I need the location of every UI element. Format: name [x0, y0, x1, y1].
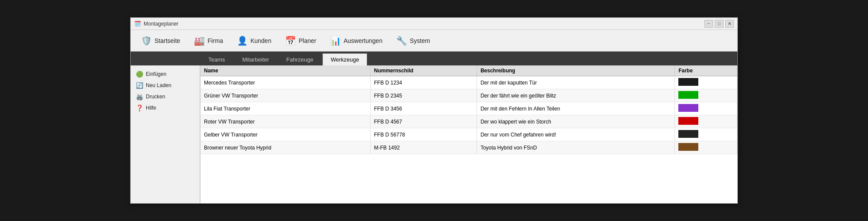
- vehicles-table: NameNummernschildBeschreibungFarbe Merce…: [201, 65, 737, 154]
- startseite-icon: 🛡️: [141, 36, 152, 46]
- cell-farbe: [675, 89, 737, 102]
- nav-item-kunden[interactable]: 👤Kunden: [231, 33, 277, 49]
- sidebar-item-drucken[interactable]: 🖨️Drucken: [131, 91, 200, 102]
- nav-item-system[interactable]: 🔧System: [390, 33, 436, 49]
- cell-beschreibung: Der mit den Fehlern In Allen Teilen: [477, 102, 675, 115]
- cell-farbe: [675, 141, 737, 154]
- nav-bar: 🛡️Startseite🏭Firma👤Kunden📅Planer📊Auswert…: [131, 30, 737, 52]
- minimize-button[interactable]: −: [704, 20, 713, 28]
- cell-beschreibung: Der wo klappert wie ein Storch: [477, 115, 675, 128]
- einfuegen-label: Einfügen: [146, 71, 166, 77]
- cell-nummernschild: FFB D 2345: [370, 89, 477, 102]
- tab-teams[interactable]: Teams: [200, 53, 233, 65]
- table-row[interactable]: Browner neuer Toyota HypridM-FB 1492Toyo…: [201, 141, 737, 154]
- color-swatch: [678, 104, 698, 112]
- cell-name: Roter VW Transporter: [201, 115, 370, 128]
- tab-fahrzeuge[interactable]: Fahrzeuge: [278, 53, 322, 65]
- auswertungen-label: Auswertungen: [344, 37, 383, 44]
- col-header-farbe: Farbe: [675, 65, 737, 76]
- hilfe-icon: ❓: [136, 104, 143, 111]
- col-header-nummernschild: Nummernschild: [370, 65, 477, 76]
- window-controls: − □ ✕: [704, 20, 734, 28]
- cell-nummernschild: FFB D 3456: [370, 102, 477, 115]
- data-area[interactable]: NameNummernschildBeschreibungFarbe Merce…: [200, 65, 737, 203]
- col-header-name: Name: [201, 65, 370, 76]
- kunden-icon: 👤: [237, 36, 248, 46]
- col-header-beschreibung: Beschreibung: [477, 65, 675, 76]
- tab-mitarbeiter[interactable]: Mitarbeiter: [234, 53, 277, 65]
- system-label: System: [410, 37, 430, 44]
- cell-nummernschild: FFB D 56778: [370, 128, 477, 141]
- firma-icon: 🏭: [194, 36, 205, 46]
- planer-icon: 📅: [285, 36, 296, 46]
- nav-item-planer[interactable]: 📅Planer: [279, 33, 322, 49]
- title-bar-left: 🗓️ Montageplaner: [134, 20, 178, 27]
- color-swatch: [678, 78, 698, 86]
- cell-name: Mercedes Transporter: [201, 76, 370, 89]
- tab-werkzeuge[interactable]: Werkzeuge: [322, 53, 368, 65]
- cell-nummernschild: M-FB 1492: [370, 141, 477, 154]
- tab-bar: TeamsMitarbeiterFahrzeugeWerkzeuge: [131, 52, 737, 65]
- cell-nummernschild: FFB D 4567: [370, 115, 477, 128]
- table-header: NameNummernschildBeschreibungFarbe: [201, 65, 737, 76]
- cell-nummernschild: FFB D 1234: [370, 76, 477, 89]
- table-row[interactable]: Lila Fiat TransporterFFB D 3456Der mit d…: [201, 102, 737, 115]
- system-icon: 🔧: [396, 36, 407, 46]
- table-row[interactable]: Roter VW TransporterFFB D 4567Der wo kla…: [201, 115, 737, 128]
- main-content: 🟢Einfügen🔄Neu Laden🖨️Drucken❓Hilfe NameN…: [131, 65, 737, 203]
- cell-name: Browner neuer Toyota Hyprid: [201, 141, 370, 154]
- table-row[interactable]: Gelber VW TransporterFFB D 56778Der nur …: [201, 128, 737, 141]
- cell-name: Lila Fiat Transporter: [201, 102, 370, 115]
- cell-beschreibung: Der mit der kaputten Tür: [477, 76, 675, 89]
- cell-beschreibung: Toyota Hybrid von FSnD: [477, 141, 675, 154]
- title-bar: 🗓️ Montageplaner − □ ✕: [131, 18, 737, 30]
- startseite-label: Startseite: [155, 37, 180, 44]
- drucken-label: Drucken: [146, 94, 165, 100]
- kunden-label: Kunden: [250, 37, 271, 44]
- cell-name: Grüner VW Transporter: [201, 89, 370, 102]
- nav-item-auswertungen[interactable]: 📊Auswertungen: [324, 33, 389, 49]
- app-title: Montageplaner: [144, 21, 178, 27]
- cell-beschreibung: Der der fährt wie ein geölter Blitz: [477, 89, 675, 102]
- planer-label: Planer: [299, 37, 316, 44]
- cell-name: Gelber VW Transporter: [201, 128, 370, 141]
- nav-item-startseite[interactable]: 🛡️Startseite: [135, 33, 186, 49]
- cell-farbe: [675, 115, 737, 128]
- einfuegen-icon: 🟢: [136, 71, 143, 78]
- neu-laden-label: Neu Laden: [146, 82, 171, 88]
- hilfe-label: Hilfe: [146, 105, 156, 111]
- color-swatch: [678, 130, 698, 138]
- neu-laden-icon: 🔄: [136, 82, 143, 89]
- header-row: NameNummernschildBeschreibungFarbe: [201, 65, 737, 76]
- color-swatch: [678, 117, 698, 125]
- sidebar-item-einfuegen[interactable]: 🟢Einfügen: [131, 69, 200, 79]
- close-button[interactable]: ✕: [725, 20, 734, 28]
- drucken-icon: 🖨️: [136, 93, 143, 100]
- table-row[interactable]: Grüner VW TransporterFFB D 2345Der der f…: [201, 89, 737, 102]
- color-swatch: [678, 91, 698, 99]
- cell-farbe: [675, 102, 737, 115]
- main-window: 🗓️ Montageplaner − □ ✕ 🛡️Startseite🏭Firm…: [130, 17, 738, 204]
- table-body: Mercedes TransporterFFB D 1234Der mit de…: [201, 76, 737, 154]
- cell-beschreibung: Der nur vom Chef gefahren wird!: [477, 128, 675, 141]
- table-row[interactable]: Mercedes TransporterFFB D 1234Der mit de…: [201, 76, 737, 89]
- color-swatch: [678, 143, 698, 151]
- nav-item-firma[interactable]: 🏭Firma: [188, 33, 229, 49]
- sidebar-item-hilfe[interactable]: ❓Hilfe: [131, 103, 200, 113]
- sidebar: 🟢Einfügen🔄Neu Laden🖨️Drucken❓Hilfe: [131, 65, 200, 203]
- maximize-button[interactable]: □: [715, 20, 723, 28]
- firma-label: Firma: [207, 37, 223, 44]
- app-icon: 🗓️: [134, 20, 141, 27]
- cell-farbe: [675, 76, 737, 89]
- cell-farbe: [675, 128, 737, 141]
- auswertungen-icon: 📊: [330, 36, 341, 46]
- sidebar-item-neu-laden[interactable]: 🔄Neu Laden: [131, 80, 200, 91]
